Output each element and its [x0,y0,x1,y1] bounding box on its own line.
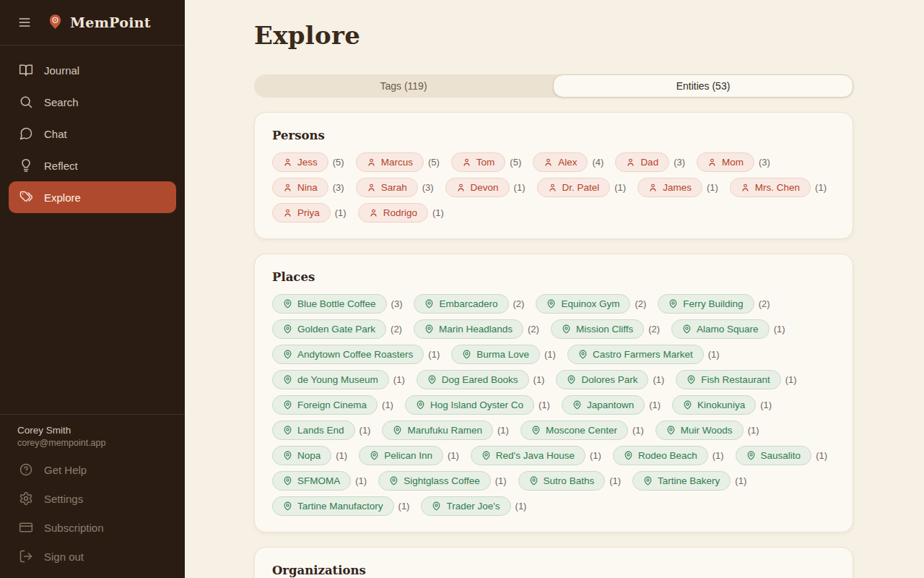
place-chip[interactable]: Mission Cliffs [551,319,644,339]
entity-label: Tartine Bakery [658,475,720,486]
sidebar-item-search[interactable]: Search [9,86,176,118]
place-chip[interactable]: Marin Headlands [414,319,523,339]
entity-label: de Young Museum [297,374,378,385]
entity-group: Castro Farmers Market(1) [567,345,720,364]
place-chip[interactable]: Embarcadero [414,294,508,314]
place-chip[interactable]: Dog Eared Books [417,370,529,389]
entity-label: SFMOMA [297,475,340,486]
place-chip[interactable]: Castro Farmers Market [567,345,704,364]
entity-group: Equinox Gym(2) [536,294,646,314]
place-chip[interactable]: Burma Love [451,345,540,364]
place-chip[interactable]: Japantown [562,395,645,415]
place-chip[interactable]: Muir Woods [655,420,744,440]
entity-count: (1) [448,450,459,461]
entity-label: Moscone Center [546,425,617,436]
place-chip[interactable]: Foreign Cinema [272,395,378,415]
person-chip[interactable]: Sarah [356,178,418,197]
place-chip[interactable]: Equinox Gym [536,294,630,314]
app-logo: MemPoint [48,14,151,32]
sidebar-item-settings[interactable]: Settings [9,484,176,513]
person-chip[interactable]: Nina [272,178,328,197]
place-chip[interactable]: Sutro Baths [518,471,606,491]
place-chip[interactable]: Blue Bottle Coffee [272,294,387,314]
entity-count: (2) [648,324,660,335]
place-chip[interactable]: Rodeo Beach [613,446,708,465]
entity-label: Golden Gate Park [297,324,375,335]
place-chip[interactable]: Alamo Square [671,319,770,339]
place-chip[interactable]: Lands End [272,420,355,440]
tab-tags[interactable]: Tags (119) [254,74,553,98]
person-chip[interactable]: Dr. Patel [537,178,611,197]
tab-entities[interactable]: Entities (53) [553,74,853,98]
entity-count: (1) [816,450,827,461]
entity-label: Nopa [297,450,321,461]
place-chip[interactable]: Sausalito [736,446,812,465]
sidebar-item-chat[interactable]: Chat [9,118,176,150]
place-chip[interactable]: Red's Java House [471,446,585,465]
place-chip[interactable]: Andytown Coffee Roasters [272,345,424,364]
chat-bubble-icon [19,126,33,141]
user-name: Corey Smith [17,425,167,436]
entity-label: Mission Cliffs [576,324,633,335]
gear-icon [19,491,33,506]
person-chip[interactable]: James [637,178,702,197]
place-chip[interactable]: de Young Museum [272,370,389,389]
place-chip[interactable]: Trader Joe's [421,496,510,516]
place-chip[interactable]: Marufuku Ramen [382,420,493,440]
persons-chip-list: Jess(5)Marcus(5)Tom(5)Alex(4)Dad(3)Mom(3… [272,152,835,223]
person-icon [283,208,292,217]
sidebar-item-subscription[interactable]: Subscription [9,513,176,542]
person-chip[interactable]: Marcus [356,152,424,172]
entity-group: Dr. Patel(1) [537,178,627,197]
map-pin-icon [416,400,425,410]
sidebar-item-get-help[interactable]: Get Help [9,455,176,484]
entity-group: Andytown Coffee Roasters(1) [272,345,440,364]
sidebar: MemPoint Journal Search Chat Reflect [0,0,185,578]
place-chip[interactable]: Tartine Manufactory [272,496,394,516]
place-chip[interactable]: Golden Gate Park [272,319,386,339]
entity-count: (1) [359,425,371,436]
entity-count: (1) [428,349,440,360]
app-name: MemPoint [70,14,151,30]
place-chip[interactable]: Dolores Park [556,370,648,389]
person-chip[interactable]: Devon [445,178,510,197]
entity-group: Tom(5) [451,152,521,172]
sidebar-item-reflect[interactable]: Reflect [9,150,176,181]
entity-group: Tartine Bakery(1) [632,471,746,491]
entity-label: Trader Joe's [446,501,500,512]
entity-count: (1) [590,450,601,461]
place-chip[interactable]: Moscone Center [520,420,628,440]
place-chip[interactable]: Pelican Inn [359,446,443,465]
place-chip[interactable]: SFMOMA [272,471,351,491]
place-chip[interactable]: Ferry Building [658,294,754,314]
entity-group: Embarcadero(2) [414,294,524,314]
person-chip[interactable]: Alex [533,152,588,172]
menu-toggle-button[interactable] [16,14,33,31]
entity-group: Alex(4) [533,152,603,172]
person-chip[interactable]: Dad [615,152,669,172]
place-chip[interactable]: Kinokuniya [672,395,756,415]
person-chip[interactable]: Mrs. Chen [730,178,811,197]
person-chip[interactable]: Priya [272,203,331,223]
entity-group: Sausalito(1) [736,446,827,465]
person-chip[interactable]: Jess [272,152,328,172]
map-pin-icon [424,299,434,309]
map-pin-icon [682,324,692,334]
map-pin-icon [746,451,756,460]
entity-group: Alamo Square(1) [671,319,785,339]
place-chip[interactable]: Tartine Bakery [632,471,731,491]
place-chip[interactable]: Sightglass Coffee [378,471,491,491]
place-chip[interactable]: Nopa [272,446,331,465]
entity-count: (3) [674,157,685,168]
person-chip[interactable]: Mom [697,152,754,172]
sidebar-item-explore[interactable]: Explore [9,181,176,213]
entity-group: Marufuku Ramen(1) [382,420,508,440]
place-chip[interactable]: Fish Restaurant [676,370,780,389]
help-circle-icon [19,462,33,477]
sidebar-item-sign-out[interactable]: Sign out [9,542,176,571]
sidebar-item-journal[interactable]: Journal [9,54,176,86]
person-chip[interactable]: Tom [451,152,506,172]
map-pin-icon [683,400,692,410]
person-chip[interactable]: Rodrigo [358,203,428,223]
place-chip[interactable]: Hog Island Oyster Co [405,395,534,415]
